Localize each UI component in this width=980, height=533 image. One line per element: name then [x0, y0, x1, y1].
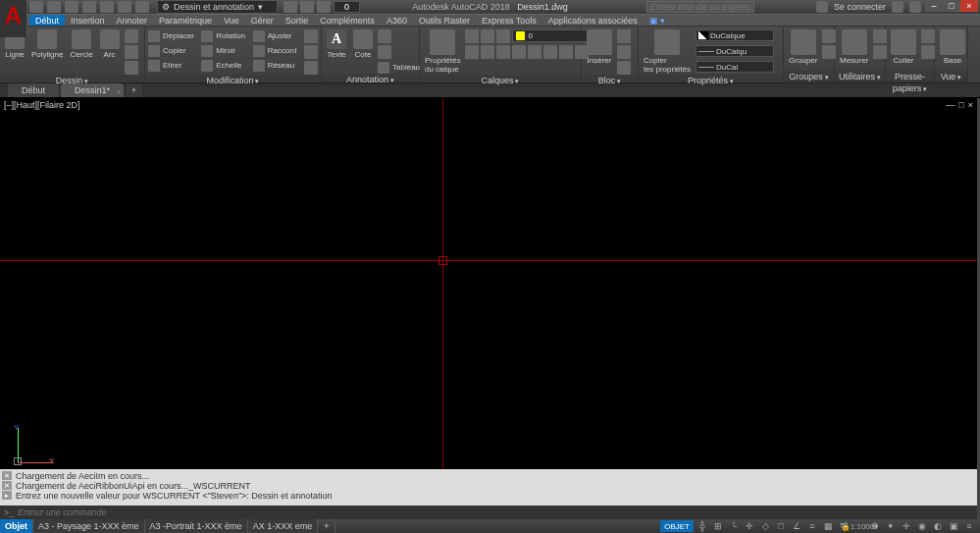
undo-icon[interactable]: [118, 1, 131, 13]
linetype-dropdown[interactable]: DuCal: [696, 61, 774, 73]
grouper-button[interactable]: Grouper: [787, 28, 819, 66]
copier-button[interactable]: Copier: [148, 44, 198, 57]
draw-extra2-icon[interactable]: [125, 45, 138, 59]
doctab-start[interactable]: Début: [8, 83, 59, 97]
copy-icon[interactable]: [921, 45, 935, 59]
layer-t6-icon[interactable]: [543, 45, 557, 59]
cut-icon[interactable]: [921, 29, 935, 43]
modify-extra3-icon[interactable]: [304, 61, 318, 75]
panel-title-pressepapiers[interactable]: Presse-papiers: [886, 71, 934, 82]
cmd-close-icon[interactable]: ✕: [2, 481, 12, 490]
coller-button[interactable]: Coller: [889, 28, 918, 66]
cmd-pin-icon[interactable]: ✕: [2, 471, 12, 480]
tab-focus[interactable]: ▣ ▾: [644, 15, 672, 26]
qat-tool1-icon[interactable]: [284, 1, 297, 13]
draw-extra1-icon[interactable]: [125, 29, 138, 43]
lweight-toggle-icon[interactable]: ≡: [805, 520, 819, 532]
drawing-area[interactable]: [–][Haut][Filaire 2D] — □ × Y X: [0, 98, 977, 469]
command-input[interactable]: [18, 507, 312, 517]
layer-lock-icon[interactable]: [496, 29, 510, 43]
echelle-button[interactable]: Echelle: [201, 59, 249, 72]
rotation-button[interactable]: Rotation: [201, 29, 249, 42]
cercle-button[interactable]: Cercle: [68, 28, 94, 60]
arc-button[interactable]: Arc: [98, 28, 122, 60]
save-icon[interactable]: [65, 1, 78, 13]
polar-toggle-icon[interactable]: ✛: [743, 520, 756, 532]
a360-icon[interactable]: [892, 1, 903, 13]
layer-t1-icon[interactable]: [465, 45, 479, 59]
signin-icon[interactable]: [816, 1, 828, 13]
app-logo[interactable]: A: [0, 0, 27, 37]
mesurer-button[interactable]: Mesurer: [838, 28, 870, 66]
panel-title-utilitaires[interactable]: Utilitaires: [835, 71, 885, 82]
layer-t4-icon[interactable]: [512, 45, 526, 59]
reseau-button[interactable]: Réseau: [253, 59, 301, 72]
layout-tab-1[interactable]: A3 - Paysage 1-XXX ème: [33, 519, 145, 533]
viewport-close[interactable]: ×: [968, 100, 973, 110]
color-dropdown[interactable]: DuCalque: [696, 29, 774, 41]
grid-toggle-icon[interactable]: ╬: [696, 520, 709, 532]
layout-tab-2[interactable]: A3 -Portrait 1-XXX ème: [145, 519, 248, 533]
miroir-button[interactable]: Miroir: [201, 44, 249, 57]
window-minimize[interactable]: –: [925, 0, 943, 12]
annotation-scale[interactable]: 🔒 1:1000 ▾: [852, 520, 866, 532]
block-edit-icon[interactable]: [617, 45, 631, 59]
viewport-label[interactable]: [–][Haut][Filaire 2D]: [4, 100, 80, 110]
tab-a360[interactable]: A360: [381, 15, 413, 26]
window-maximize[interactable]: □: [943, 0, 960, 12]
qat-number[interactable]: 0: [334, 1, 360, 13]
deplacer-button[interactable]: Déplacer: [148, 29, 198, 42]
lineweight-dropdown[interactable]: DuCalqu: [696, 45, 774, 57]
saveas-icon[interactable]: [82, 1, 96, 13]
viewport-maximize[interactable]: □: [958, 100, 963, 110]
panel-title-vue[interactable]: Vue: [935, 71, 967, 82]
block-create-icon[interactable]: [617, 29, 631, 43]
isolate-icon[interactable]: ◐: [931, 520, 945, 532]
layer-freeze-icon[interactable]: [481, 29, 494, 43]
viewport-minimize[interactable]: —: [946, 100, 954, 110]
etirer-button[interactable]: Etirer: [148, 59, 198, 72]
leader-icon[interactable]: [378, 29, 391, 43]
modify-extra2-icon[interactable]: [304, 45, 318, 59]
tab-debut[interactable]: Début: [29, 15, 65, 26]
panel-title-proprietes[interactable]: Propriétés: [639, 75, 783, 86]
cote-button[interactable]: Cote: [351, 28, 375, 60]
layer-t5-icon[interactable]: [528, 45, 542, 59]
base-button[interactable]: Base: [938, 28, 967, 66]
layer-t7-icon[interactable]: [559, 45, 573, 59]
tableau-button[interactable]: Tableau: [378, 61, 420, 74]
tab-express[interactable]: Express Tools: [476, 15, 542, 26]
panel-title-calques[interactable]: Calques: [420, 75, 581, 86]
snap-toggle-icon[interactable]: ⊞: [711, 520, 725, 532]
raccord-button[interactable]: Raccord: [253, 44, 301, 57]
gear-icon[interactable]: ⚙: [868, 520, 882, 532]
layer-t3-icon[interactable]: [496, 45, 510, 59]
plot-icon[interactable]: [100, 1, 114, 13]
panel-title-annotation[interactable]: Annotation: [322, 74, 419, 85]
texte-button[interactable]: ATexte: [325, 28, 348, 60]
osnap-toggle-icon[interactable]: □: [774, 520, 788, 532]
status-objet[interactable]: Objet: [0, 519, 33, 533]
otrack-toggle-icon[interactable]: ∠: [790, 520, 803, 532]
match-props-button[interactable]: Copier les propriétés: [642, 28, 693, 75]
window-close[interactable]: ×: [960, 0, 978, 12]
layer-props-button[interactable]: Propriétés du calque: [423, 28, 462, 75]
doctab-dessin1[interactable]: Dessin1*×: [61, 83, 124, 97]
layout-tab-3[interactable]: AX 1-XXX eme: [248, 519, 319, 533]
layer-t2-icon[interactable]: [481, 45, 494, 59]
transparency-icon[interactable]: ▦: [821, 520, 835, 532]
layer-off-icon[interactable]: [465, 29, 479, 43]
qat-tool3-icon[interactable]: [317, 1, 331, 13]
hw-accel-icon[interactable]: ◉: [915, 520, 929, 532]
close-tab-icon[interactable]: ×: [116, 85, 121, 99]
customize-status-icon[interactable]: ≡: [962, 520, 976, 532]
signin-label[interactable]: Se connecter: [834, 2, 886, 12]
tab-vue[interactable]: Vue: [218, 15, 245, 26]
clean-screen-icon[interactable]: ▣: [947, 520, 960, 532]
redo-icon[interactable]: [135, 1, 149, 13]
draw-extra3-icon[interactable]: [125, 61, 138, 75]
tab-insertion[interactable]: Insertion: [65, 15, 111, 26]
tab-apps[interactable]: Applications associées: [542, 15, 644, 26]
inserer-button[interactable]: Insérer: [585, 28, 614, 66]
modelspace-toggle[interactable]: OBJET: [660, 520, 694, 532]
